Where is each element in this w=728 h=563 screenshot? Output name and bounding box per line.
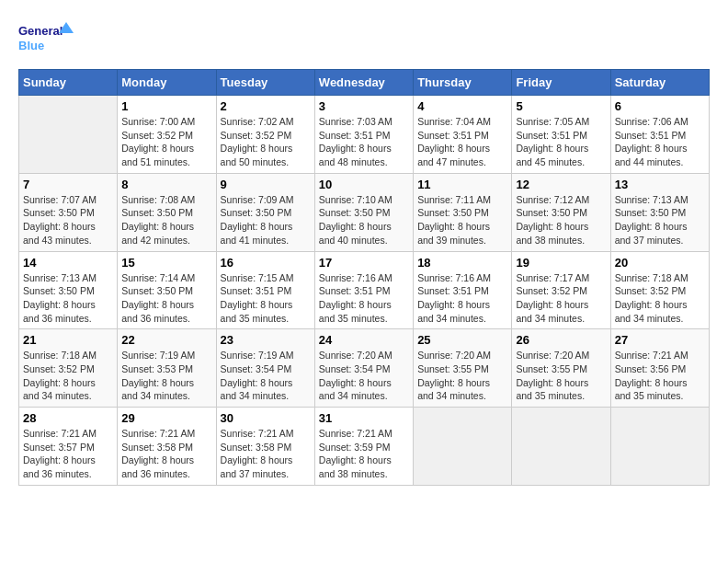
calendar-week-row: 7Sunrise: 7:07 AMSunset: 3:50 PMDaylight… [19, 173, 710, 251]
day-info: Sunrise: 7:14 AMSunset: 3:50 PMDaylight:… [121, 271, 211, 326]
day-number: 2 [221, 99, 311, 113]
day-info: Sunrise: 7:21 AMSunset: 3:58 PMDaylight:… [121, 427, 211, 481]
day-number: 25 [417, 333, 507, 347]
calendar-week-row: 21Sunrise: 7:18 AMSunset: 3:52 PMDayligh… [19, 329, 710, 408]
calendar-week-row: 1Sunrise: 7:00 AMSunset: 3:52 PMDaylight… [19, 96, 710, 174]
day-number: 22 [121, 333, 211, 347]
calendar-cell: 9Sunrise: 7:09 AMSunset: 3:50 PMDaylight… [216, 173, 314, 251]
calendar-cell: 19Sunrise: 7:17 AMSunset: 3:52 PMDayligh… [512, 251, 610, 329]
day-number: 31 [319, 411, 409, 425]
column-header-monday: Monday [118, 70, 216, 96]
day-info: Sunrise: 7:08 AMSunset: 3:50 PMDaylight:… [121, 193, 211, 247]
calendar-cell: 25Sunrise: 7:20 AMSunset: 3:55 PMDayligh… [414, 329, 512, 408]
day-info: Sunrise: 7:09 AMSunset: 3:50 PMDaylight:… [221, 193, 311, 247]
day-info: Sunrise: 7:20 AMSunset: 3:55 PMDaylight:… [417, 349, 507, 403]
day-info: Sunrise: 7:18 AMSunset: 3:52 PMDaylight:… [615, 271, 705, 326]
day-info: Sunrise: 7:13 AMSunset: 3:50 PMDaylight:… [615, 193, 705, 247]
calendar-cell: 28Sunrise: 7:21 AMSunset: 3:57 PMDayligh… [19, 408, 118, 486]
calendar-cell: 14Sunrise: 7:13 AMSunset: 3:50 PMDayligh… [19, 251, 118, 329]
day-info: Sunrise: 7:20 AMSunset: 3:55 PMDaylight:… [516, 349, 606, 403]
calendar-week-row: 28Sunrise: 7:21 AMSunset: 3:57 PMDayligh… [19, 408, 710, 486]
day-number: 19 [516, 256, 606, 270]
calendar-cell: 21Sunrise: 7:18 AMSunset: 3:52 PMDayligh… [19, 329, 118, 408]
calendar-cell: 20Sunrise: 7:18 AMSunset: 3:52 PMDayligh… [610, 251, 709, 329]
calendar-cell: 30Sunrise: 7:21 AMSunset: 3:58 PMDayligh… [216, 408, 314, 486]
day-number: 7 [23, 178, 113, 191]
calendar-cell: 8Sunrise: 7:08 AMSunset: 3:50 PMDaylight… [118, 173, 216, 251]
logo-svg: General Blue [18, 18, 74, 60]
svg-text:Blue: Blue [18, 39, 44, 52]
day-number: 30 [221, 411, 311, 425]
day-number: 3 [319, 99, 409, 113]
day-info: Sunrise: 7:05 AMSunset: 3:51 PMDaylight:… [516, 115, 606, 169]
calendar-cell: 15Sunrise: 7:14 AMSunset: 3:50 PMDayligh… [118, 251, 216, 329]
day-info: Sunrise: 7:10 AMSunset: 3:50 PMDaylight:… [319, 193, 409, 247]
day-info: Sunrise: 7:21 AMSunset: 3:58 PMDaylight:… [221, 427, 311, 481]
calendar-cell: 10Sunrise: 7:10 AMSunset: 3:50 PMDayligh… [314, 173, 413, 251]
calendar-cell: 7Sunrise: 7:07 AMSunset: 3:50 PMDaylight… [19, 173, 118, 251]
day-number: 10 [319, 178, 409, 191]
day-info: Sunrise: 7:16 AMSunset: 3:51 PMDaylight:… [319, 271, 409, 326]
calendar-cell: 3Sunrise: 7:03 AMSunset: 3:51 PMDaylight… [314, 96, 413, 174]
calendar-header-row: SundayMondayTuesdayWednesdayThursdayFrid… [19, 70, 710, 96]
column-header-saturday: Saturday [610, 70, 709, 96]
calendar-cell: 6Sunrise: 7:06 AMSunset: 3:51 PMDaylight… [610, 96, 709, 174]
calendar-cell: 27Sunrise: 7:21 AMSunset: 3:56 PMDayligh… [610, 329, 709, 408]
day-number: 12 [516, 178, 606, 191]
day-info: Sunrise: 7:13 AMSunset: 3:50 PMDaylight:… [23, 271, 113, 326]
calendar-cell [610, 408, 709, 486]
calendar-cell [414, 408, 512, 486]
day-info: Sunrise: 7:18 AMSunset: 3:52 PMDaylight:… [23, 349, 113, 403]
calendar-cell: 17Sunrise: 7:16 AMSunset: 3:51 PMDayligh… [314, 251, 413, 329]
day-number: 9 [221, 178, 311, 191]
day-info: Sunrise: 7:16 AMSunset: 3:51 PMDaylight:… [417, 271, 507, 326]
day-info: Sunrise: 7:17 AMSunset: 3:52 PMDaylight:… [516, 271, 606, 326]
calendar-table: SundayMondayTuesdayWednesdayThursdayFrid… [18, 69, 710, 486]
svg-text:General: General [18, 24, 63, 38]
calendar-cell: 11Sunrise: 7:11 AMSunset: 3:50 PMDayligh… [414, 173, 512, 251]
day-number: 15 [121, 256, 211, 270]
calendar-cell: 2Sunrise: 7:02 AMSunset: 3:52 PMDaylight… [216, 96, 314, 174]
calendar-cell: 13Sunrise: 7:13 AMSunset: 3:50 PMDayligh… [610, 173, 709, 251]
day-number: 11 [417, 178, 507, 191]
column-header-tuesday: Tuesday [216, 70, 314, 96]
day-info: Sunrise: 7:20 AMSunset: 3:54 PMDaylight:… [319, 349, 409, 403]
day-number: 1 [121, 99, 211, 113]
calendar-cell: 16Sunrise: 7:15 AMSunset: 3:51 PMDayligh… [216, 251, 314, 329]
day-number: 27 [615, 333, 705, 347]
day-number: 26 [516, 333, 606, 347]
day-number: 4 [417, 99, 507, 113]
calendar-cell: 4Sunrise: 7:04 AMSunset: 3:51 PMDaylight… [414, 96, 512, 174]
calendar-cell [19, 96, 118, 174]
day-info: Sunrise: 7:15 AMSunset: 3:51 PMDaylight:… [221, 271, 311, 326]
day-number: 23 [221, 333, 311, 347]
day-info: Sunrise: 7:19 AMSunset: 3:54 PMDaylight:… [221, 349, 311, 403]
calendar-cell: 1Sunrise: 7:00 AMSunset: 3:52 PMDaylight… [118, 96, 216, 174]
day-info: Sunrise: 7:21 AMSunset: 3:56 PMDaylight:… [615, 349, 705, 403]
calendar-cell: 26Sunrise: 7:20 AMSunset: 3:55 PMDayligh… [512, 329, 610, 408]
day-number: 29 [121, 411, 211, 425]
day-number: 18 [417, 256, 507, 270]
day-number: 17 [319, 256, 409, 270]
day-number: 24 [319, 333, 409, 347]
calendar-cell [512, 408, 610, 486]
day-info: Sunrise: 7:02 AMSunset: 3:52 PMDaylight:… [221, 115, 311, 169]
page-header: General Blue [18, 18, 710, 60]
day-info: Sunrise: 7:00 AMSunset: 3:52 PMDaylight:… [121, 115, 211, 169]
calendar-cell: 18Sunrise: 7:16 AMSunset: 3:51 PMDayligh… [414, 251, 512, 329]
calendar-cell: 24Sunrise: 7:20 AMSunset: 3:54 PMDayligh… [314, 329, 413, 408]
column-header-sunday: Sunday [19, 70, 118, 96]
day-info: Sunrise: 7:06 AMSunset: 3:51 PMDaylight:… [615, 115, 705, 169]
logo: General Blue [18, 18, 74, 60]
day-info: Sunrise: 7:19 AMSunset: 3:53 PMDaylight:… [121, 349, 211, 403]
column-header-wednesday: Wednesday [314, 70, 413, 96]
day-number: 14 [23, 256, 113, 270]
day-number: 21 [23, 333, 113, 347]
calendar-cell: 29Sunrise: 7:21 AMSunset: 3:58 PMDayligh… [118, 408, 216, 486]
day-number: 6 [615, 99, 705, 113]
calendar-cell: 12Sunrise: 7:12 AMSunset: 3:50 PMDayligh… [512, 173, 610, 251]
calendar-cell: 31Sunrise: 7:21 AMSunset: 3:59 PMDayligh… [314, 408, 413, 486]
calendar-cell: 23Sunrise: 7:19 AMSunset: 3:54 PMDayligh… [216, 329, 314, 408]
day-info: Sunrise: 7:12 AMSunset: 3:50 PMDaylight:… [516, 193, 606, 247]
calendar-cell: 22Sunrise: 7:19 AMSunset: 3:53 PMDayligh… [118, 329, 216, 408]
